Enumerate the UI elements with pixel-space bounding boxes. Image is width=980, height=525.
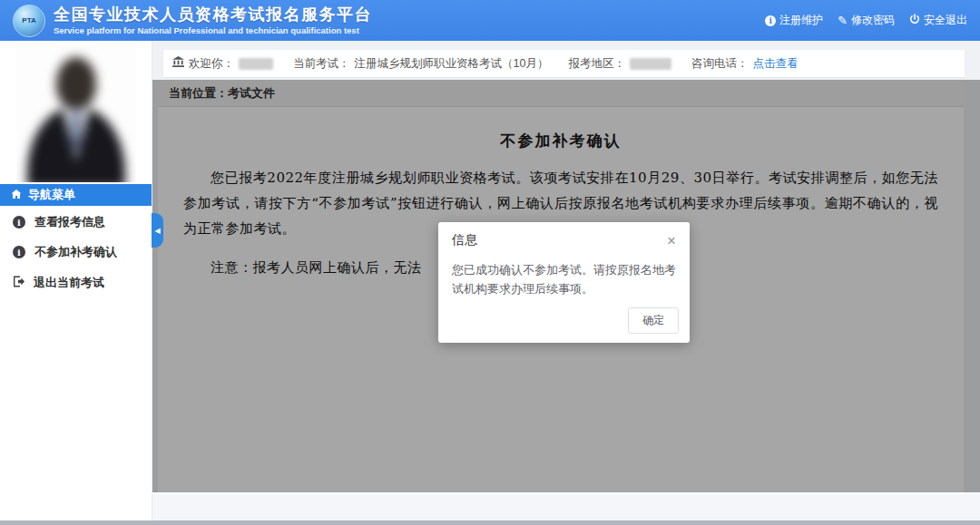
sidebar-item-label: 不参加补考确认: [34, 244, 117, 260]
main-area: 欢迎你： 当前考试： 注册城乡规划师职业资格考试（10月） 报考地区： 咨询电话…: [152, 41, 980, 525]
sidebar-nav-header: 导航菜单: [0, 184, 152, 206]
welcome-group: 欢迎你：: [172, 56, 273, 72]
sidebar-collapse-toggle[interactable]: [152, 213, 163, 248]
logout-icon: [13, 276, 24, 290]
close-icon[interactable]: ×: [667, 233, 676, 248]
brand-text: 全国专业技术人员资格考试报名服务平台 Service platform for …: [54, 5, 372, 35]
info-icon: [13, 246, 25, 258]
dialog-footer: 确定: [628, 307, 679, 334]
message-dialog: 信息 × 您已成功确认不参加考试。请按原报名地考试机构要求办理后续事项。 确定: [438, 222, 690, 343]
change-password-label: 修改密码: [851, 13, 895, 28]
dialog-title: 信息: [452, 232, 477, 248]
info-icon: [765, 15, 776, 26]
logout-link[interactable]: 安全退出: [909, 13, 967, 28]
blurred-portrait: [16, 46, 136, 182]
region-label: 报考地区：: [568, 56, 625, 72]
current-exam-value: 注册城乡规划师职业资格考试（10月）: [355, 56, 549, 72]
user-photo: [16, 46, 136, 182]
app-header: PTA 全国专业技术人员资格考试报名服务平台 Service platform …: [0, 0, 980, 41]
redacted-username: [239, 58, 273, 70]
logout-label: 安全退出: [924, 13, 967, 28]
current-exam-group: 当前考试： 注册城乡规划师职业资格考试（10月）: [293, 56, 548, 72]
home-icon: [11, 189, 22, 202]
register-maintain-label: 注册维护: [779, 13, 823, 28]
redacted-region: [630, 58, 671, 70]
bank-icon: [172, 56, 184, 71]
register-maintain-link[interactable]: 注册维护: [765, 13, 823, 28]
phone-group: 咨询电话： 点击查看: [691, 56, 799, 72]
phone-view-link[interactable]: 点击查看: [752, 56, 798, 72]
sidebar-item-no-makeup-confirm[interactable]: 不参加补考确认: [0, 241, 152, 263]
change-password-link[interactable]: 修改密码: [838, 13, 895, 28]
region-group: 报考地区：: [568, 56, 671, 72]
content-zone: 当前位置：考试文件 不参加补考确认 您已报考2022年度注册城乡规划师职业资格考…: [152, 80, 980, 492]
dialog-header: 信息 ×: [438, 222, 690, 248]
phone-label: 咨询电话：: [691, 56, 749, 72]
welcome-label: 欢迎你：: [189, 56, 234, 72]
chevron-left-icon: [154, 227, 160, 235]
current-exam-label: 当前考试：: [293, 56, 350, 72]
bottom-strip: [0, 520, 980, 525]
sidebar-item-label: 查看报考信息: [34, 214, 105, 230]
confirm-button[interactable]: 确定: [628, 307, 679, 334]
power-icon: [909, 14, 920, 27]
sidebar-item-exit-current-exam[interactable]: 退出当前考试: [0, 272, 152, 294]
welcome-bar: 欢迎你： 当前考试： 注册城乡规划师职业资格考试（10月） 报考地区： 咨询电话…: [163, 50, 965, 77]
edit-icon: [838, 15, 848, 27]
sidebar: 导航菜单 查看报考信息 不参加补考确认 退出当前考试: [0, 41, 152, 525]
header-links: 注册维护 修改密码 安全退出: [765, 13, 967, 28]
logo-text: PTA: [22, 16, 35, 24]
app-subtitle: Service platform for National Profession…: [54, 25, 372, 35]
dialog-message: 您已成功确认不参加考试。请按原报名地考试机构要求办理后续事项。: [438, 248, 690, 299]
sidebar-item-view-registration-info[interactable]: 查看报考信息: [0, 211, 152, 233]
nav-header-label: 导航菜单: [28, 187, 75, 203]
sidebar-item-label: 退出当前考试: [34, 275, 104, 291]
brand: PTA 全国专业技术人员资格考试报名服务平台 Service platform …: [13, 5, 372, 37]
page: PTA 全国专业技术人员资格考试报名服务平台 Service platform …: [0, 0, 980, 525]
pta-logo-icon: PTA: [13, 5, 45, 37]
info-icon: [13, 216, 25, 228]
app-title: 全国专业技术人员资格考试报名服务平台: [54, 5, 372, 24]
